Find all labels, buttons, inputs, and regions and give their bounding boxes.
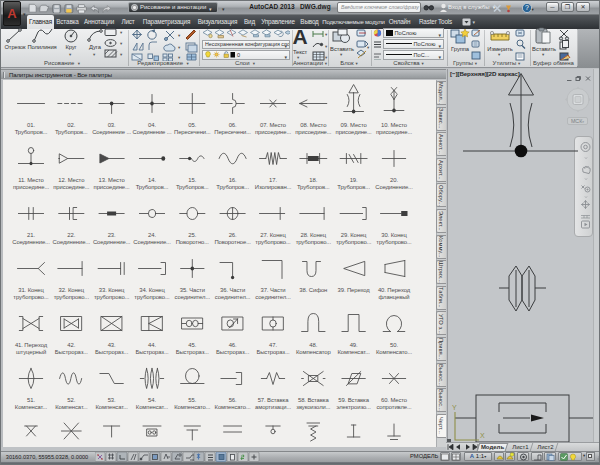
svg-text:12. Место: 12. Место <box>58 177 85 183</box>
svg-text:11. Место: 11. Место <box>18 177 44 183</box>
svg-text:Поворотное...: Поворотное... <box>214 239 251 245</box>
svg-text:33. Конец: 33. Конец <box>99 287 125 293</box>
svg-text:Трубопров...: Трубопров... <box>297 184 330 190</box>
svg-text:присоедине...: присоедине... <box>94 184 131 190</box>
svg-text:электроизо...: электроизо... <box>336 404 371 410</box>
svg-text:Трубопров...: Трубопров... <box>337 184 370 190</box>
svg-text:Трубопров...: Трубопров... <box>15 129 48 135</box>
svg-text:09. Место: 09. Место <box>341 122 368 128</box>
svg-text:▾: ▾ <box>178 55 181 60</box>
svg-text:Трубопров...: Трубопров... <box>176 184 209 190</box>
svg-text:44.: 44. <box>148 342 156 348</box>
svg-text:36. Части: 36. Части <box>220 287 245 293</box>
svg-text:Трубопров...: Трубопров... <box>136 184 169 190</box>
svg-text:Изолирован...: Изолирован... <box>255 184 292 190</box>
svg-text:41. Переход: 41. Переход <box>15 342 48 348</box>
svg-text:соединител...: соединител... <box>255 294 291 300</box>
svg-text:▾: ▾ <box>325 32 328 37</box>
svg-text:Быстрораз...: Быстрораз... <box>176 349 210 355</box>
svg-text:трубопрово...: трубопрово... <box>13 294 49 300</box>
svg-text:21.: 21. <box>27 232 35 238</box>
svg-text:Компенсато...: Компенсато... <box>376 349 413 355</box>
svg-text:▾: ▾ <box>120 52 123 57</box>
svg-text:59. Вставка: 59. Вставка <box>338 397 369 403</box>
svg-text:Компенсат...: Компенсат... <box>337 349 370 355</box>
svg-text:соединител...: соединител... <box>175 294 211 300</box>
svg-text:▾: ▾ <box>531 7 534 12</box>
svg-text:29. Конец: 29. Конец <box>341 232 367 238</box>
svg-text:присоедине...: присоедине... <box>295 129 332 135</box>
svg-text:06.: 06. <box>229 122 237 128</box>
svg-text:18.: 18. <box>309 177 317 183</box>
svg-text:03.: 03. <box>108 122 116 128</box>
svg-text:24.: 24. <box>148 232 156 238</box>
svg-text:?: ? <box>525 4 529 11</box>
svg-text:Компенсат...: Компенсат... <box>95 404 128 410</box>
svg-text:Соединение...: Соединение... <box>133 239 171 245</box>
svg-text:56.: 56. <box>229 397 237 403</box>
svg-text:27. Конец: 27. Конец <box>260 232 286 238</box>
svg-text:Трубопров...: Трубопров... <box>216 184 249 190</box>
svg-text:30. Конец: 30. Конец <box>381 232 407 238</box>
svg-text:47.: 47. <box>269 342 277 348</box>
svg-text:амортизаци...: амортизаци... <box>255 404 291 410</box>
svg-text:22.: 22. <box>67 232 75 238</box>
svg-text:▾: ▾ <box>120 41 123 46</box>
svg-text:01.: 01. <box>27 122 35 128</box>
svg-text:23.: 23. <box>108 232 116 238</box>
svg-text:10. Место: 10. Место <box>381 122 408 128</box>
svg-text:Компенсатор: Компенсатор <box>296 349 331 355</box>
svg-text:присоедине...: присоедине... <box>336 129 373 135</box>
svg-text:55.: 55. <box>188 397 196 403</box>
svg-text:07. Место: 07. Место <box>260 122 287 128</box>
svg-text:02.: 02. <box>67 122 75 128</box>
svg-text:49.: 49. <box>350 342 358 348</box>
svg-text:Компенсат...: Компенсат... <box>136 404 169 410</box>
svg-text:13. Место: 13. Место <box>99 177 126 183</box>
svg-text:Пересечени...: Пересечени... <box>214 129 251 135</box>
svg-text:▾: ▾ <box>367 45 370 50</box>
svg-text:45.: 45. <box>188 342 196 348</box>
svg-text:соединител...: соединител... <box>215 294 251 300</box>
svg-text:фланцевый: фланцевый <box>378 294 409 300</box>
svg-text:Соединение...: Соединение... <box>53 239 91 245</box>
svg-text:52.: 52. <box>67 397 75 403</box>
svg-text:трубопрово...: трубопрово... <box>376 239 412 245</box>
svg-text:Трубопров...: Трубопров... <box>55 129 88 135</box>
svg-text:Пересечени...: Пересечени... <box>174 129 211 135</box>
svg-text:сопротивле...: сопротивле... <box>376 404 412 410</box>
svg-text:28. Конец: 28. Конец <box>301 232 327 238</box>
svg-text:60. Место: 60. Место <box>381 397 408 403</box>
svg-text:Y: Y <box>452 404 457 411</box>
svg-text:Соединение ...: Соединение ... <box>92 129 131 135</box>
svg-text:46.: 46. <box>229 342 237 348</box>
svg-text:Поворотно...: Поворотно... <box>176 239 210 245</box>
svg-text:трубопрово...: трубопрово... <box>296 239 332 245</box>
svg-text:34. Конец: 34. Конец <box>139 287 165 293</box>
svg-text:04.: 04. <box>148 122 156 128</box>
svg-text:57. Вставка: 57. Вставка <box>258 397 289 403</box>
svg-text:Компенсато...: Компенсато... <box>174 404 211 410</box>
svg-text:08. Место: 08. Место <box>300 122 327 128</box>
svg-text:48.: 48. <box>309 342 317 348</box>
svg-text:26.: 26. <box>229 232 237 238</box>
svg-text:Соединение...: Соединение... <box>375 184 413 190</box>
svg-text:присоедине...: присоедине... <box>255 129 292 135</box>
svg-text:трубопрово...: трубопрово... <box>94 294 130 300</box>
svg-text:25.: 25. <box>188 232 196 238</box>
svg-text:15.: 15. <box>188 177 196 183</box>
svg-text:Быстрораз...: Быстрораз... <box>55 349 89 355</box>
svg-text:37. Части: 37. Части <box>260 287 285 293</box>
svg-text:Соединение...: Соединение... <box>12 239 50 245</box>
svg-text:▾: ▾ <box>120 30 123 35</box>
svg-text:35. Части: 35. Части <box>180 287 205 293</box>
svg-text:Быстрораз...: Быстрораз... <box>256 349 290 355</box>
svg-text:звукоизоли...: звукоизоли... <box>296 404 330 410</box>
svg-text:присоедине...: присоедине... <box>13 184 50 190</box>
svg-text:▾: ▾ <box>473 19 476 25</box>
svg-text:50.: 50. <box>390 342 398 348</box>
svg-text:▾: ▾ <box>325 55 328 60</box>
svg-text:54.: 54. <box>148 397 156 403</box>
svg-text:32. Конец: 32. Конец <box>59 287 85 293</box>
svg-text:Соединение ...: Соединение ... <box>133 129 172 135</box>
